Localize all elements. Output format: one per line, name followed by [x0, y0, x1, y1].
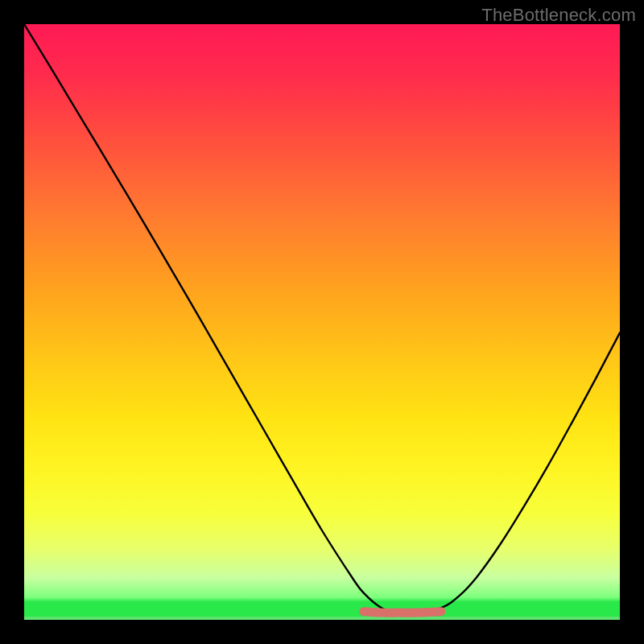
chart-frame: TheBottleneck.com: [0, 0, 644, 644]
flat-bottom-highlight: [364, 612, 441, 613]
plot-area: [24, 24, 620, 620]
curve-layer: [24, 24, 620, 620]
bottleneck-curve: [24, 24, 620, 613]
watermark-text: TheBottleneck.com: [481, 5, 636, 26]
